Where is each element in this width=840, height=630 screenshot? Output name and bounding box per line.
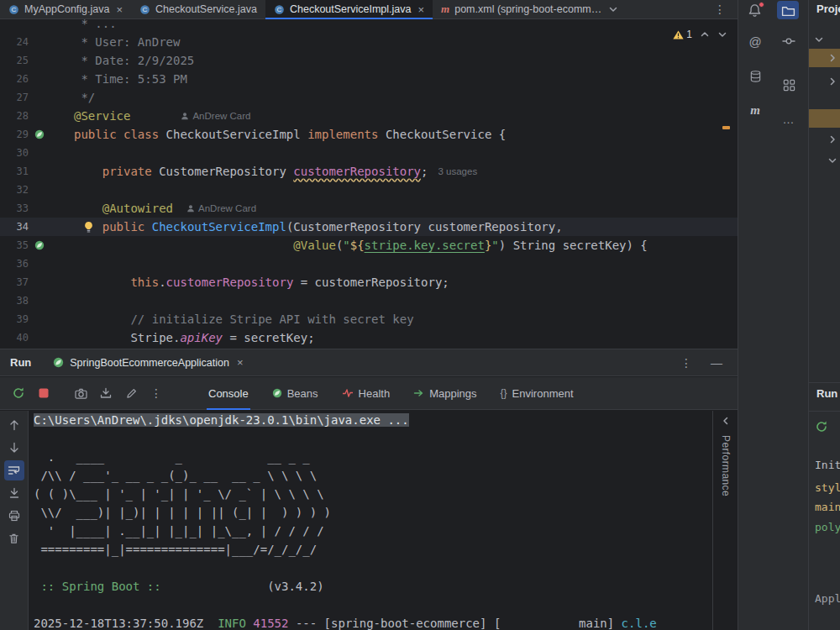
console-output[interactable]: C:\Users\AnDrew\.jdks\openjdk-23.0.1\bin…	[29, 411, 712, 630]
code-line[interactable]: 28@ServiceAnDrew Card	[0, 107, 738, 125]
code-line[interactable]: 40 Stripe.apiKey = secretKey;	[0, 328, 738, 347]
code-line[interactable]: 29public class CheckoutServiceImpl imple…	[0, 125, 738, 144]
code-line[interactable]: 38	[0, 291, 738, 310]
code-line[interactable]: 36	[0, 255, 738, 273]
code-editor[interactable]: * ...24 * User: AnDrew25 * Date: 2/9/202…	[0, 19, 738, 349]
console-tab-health[interactable]: Health	[330, 377, 402, 409]
tab-label: CheckoutServiceImpl.java	[290, 3, 412, 15]
usages-inlay[interactable]: 3 usages	[438, 166, 477, 176]
spring-bean-gutter-icon[interactable]	[30, 129, 49, 139]
editor-tab[interactable]: CCheckoutService.java	[131, 0, 265, 18]
console-line[interactable]: \\/ ___)| |_)| | | | | || (_| | ) ) ) )	[34, 503, 712, 522]
close-icon[interactable]: ×	[417, 4, 424, 15]
console-tab-environment[interactable]: {}Environment	[489, 377, 585, 409]
console-line[interactable]	[34, 429, 712, 448]
console-line[interactable]	[34, 596, 712, 614]
code-line[interactable]: 35 @Value("${stripe.key.secret}") String…	[0, 236, 738, 255]
tab-label: MyAppConfig.java	[24, 3, 109, 15]
author-inlay[interactable]: AnDrew Card	[181, 111, 250, 121]
code-line[interactable]: 27 */	[0, 88, 738, 107]
code-line[interactable]: 30	[0, 144, 738, 162]
person-icon	[181, 112, 189, 120]
console-tab-mappings[interactable]: Mappings	[402, 377, 488, 409]
close-icon[interactable]: ×	[116, 4, 123, 15]
person-icon	[186, 204, 195, 213]
commit-node-icon[interactable]	[778, 32, 800, 50]
notification-badge	[759, 2, 764, 8]
code-line[interactable]: 32	[0, 181, 738, 199]
code-line[interactable]: 31 private CustomerRepository customerRe…	[0, 162, 738, 181]
console-line[interactable]: . ____ _ __ _ _	[34, 448, 712, 466]
console-tab-console[interactable]: Console	[197, 377, 260, 409]
at-sign-icon[interactable]: @	[744, 32, 766, 50]
code-text: this.customerRepository = customerReposi…	[49, 273, 449, 291]
line-number: 27	[0, 92, 30, 103]
printer-icon[interactable]	[4, 506, 24, 526]
code-line[interactable]: 26 * Time: 5:53 PM	[0, 70, 738, 88]
console-tabs: ConsoleBeansHealthMappings{}Environment	[197, 377, 585, 409]
performance-strip: Performance	[712, 411, 738, 630]
svg-text:C: C	[277, 6, 282, 13]
chevron-left-icon[interactable]	[721, 416, 731, 428]
soft-wrap-icon[interactable]	[4, 460, 24, 480]
rerun-icon[interactable]	[8, 383, 29, 403]
next-problem-chevron-down-icon[interactable]	[717, 29, 727, 39]
prev-problem-chevron-up-icon[interactable]	[700, 29, 710, 39]
notifications-button[interactable]	[743, 1, 765, 19]
database-icon[interactable]	[744, 67, 766, 86]
code-line[interactable]: 33 @AutowiredAnDrew Card	[0, 199, 738, 218]
console-line[interactable]: =========|_|==============|___/=/_/_/_/	[34, 540, 712, 559]
pencil-icon[interactable]	[121, 383, 141, 403]
editor-tab[interactable]: CMyAppConfig.java×	[0, 0, 131, 18]
code-text: * Date: 2/9/2025	[49, 51, 194, 70]
console-tab-beans[interactable]: Beans	[260, 377, 330, 409]
code-line[interactable]: 37 this.customerRepository = customerRep…	[0, 273, 738, 291]
run-config-tab[interactable]: SpringBootEcommerceApplication ×	[45, 349, 251, 375]
chevron-down-icon[interactable]	[608, 4, 618, 14]
scroll-to-end-icon[interactable]	[4, 483, 24, 503]
editor-tab[interactable]: mpom.xml (spring-boot-ecomm…	[433, 0, 627, 18]
download-icon[interactable]	[96, 383, 116, 403]
console-line[interactable]: ( ( )\___ | '_ | '_| | '_ \/ _` | \ \ \ …	[34, 485, 712, 503]
warnings-indicator[interactable]: 1	[673, 29, 692, 40]
console-line[interactable]: ' |____| .__|_| |_|_| |_\__, | / / / /	[34, 522, 712, 540]
stop-icon[interactable]	[34, 383, 54, 403]
warning-triangle-icon	[673, 30, 684, 39]
code-text: @AutowiredAnDrew Card	[49, 199, 256, 218]
code-line[interactable]: 24 * User: AnDrew	[0, 33, 738, 51]
console-line[interactable]: C:\Users\AnDrew\.jdks\openjdk-23.0.1\bin…	[34, 411, 712, 429]
minimize-icon[interactable]: —	[711, 356, 722, 370]
more-vertical-icon[interactable]: ⋮	[146, 383, 166, 403]
run-config-label: SpringBootEcommerceApplication	[70, 357, 229, 369]
spring-bean-icon	[272, 388, 282, 398]
terminal-output-line: Initi	[815, 459, 840, 471]
editor-tabs: CMyAppConfig.java×CCheckoutService.javaC…	[0, 0, 627, 18]
more-horizontal-icon[interactable]: …	[778, 110, 800, 129]
more-vertical-icon[interactable]: ⋮	[680, 356, 692, 370]
intention-bulb-icon[interactable]	[83, 221, 94, 233]
spring-bean-gutter-icon[interactable]	[30, 240, 49, 250]
arrow-up-icon[interactable]	[4, 415, 24, 435]
editor-tab[interactable]: CCheckoutServiceImpl.java×	[265, 0, 433, 18]
project-toolwindow-button[interactable]	[777, 1, 799, 19]
structure-grid-icon[interactable]	[778, 76, 800, 94]
mappings-arrow-icon	[413, 388, 424, 398]
maven-icon[interactable]: m	[744, 101, 766, 119]
scrollbar-warning-mark[interactable]	[722, 126, 730, 129]
code-line[interactable]: * ...	[0, 19, 738, 33]
console-line[interactable]: /\\ / ___'_ __ _ _(_)_ __ __ _ \ \ \ \	[34, 466, 712, 485]
code-line[interactable]: 39 // initialize Stripe API with secret …	[0, 310, 738, 328]
console-line[interactable]	[34, 559, 712, 577]
console-line[interactable]: :: Spring Boot :: (v3.4.2)	[34, 577, 712, 596]
close-icon[interactable]: ×	[237, 357, 244, 368]
trash-icon[interactable]	[4, 528, 24, 549]
code-line[interactable]: 25 * Date: 2/9/2025	[0, 51, 738, 70]
code-line[interactable]: 34 public CheckoutServiceImpl(CustomerRe…	[0, 218, 738, 236]
arrow-down-icon[interactable]	[4, 438, 24, 458]
camera-icon[interactable]	[71, 383, 91, 403]
performance-tab[interactable]: Performance	[720, 435, 732, 496]
more-vertical-icon[interactable]: ⋮	[702, 0, 738, 18]
console-line[interactable]: 2025-12-18T13:37:50.196Z INFO 41552 --- …	[34, 614, 712, 630]
author-inlay[interactable]: AnDrew Card	[186, 203, 256, 213]
line-number: 36	[0, 258, 30, 270]
